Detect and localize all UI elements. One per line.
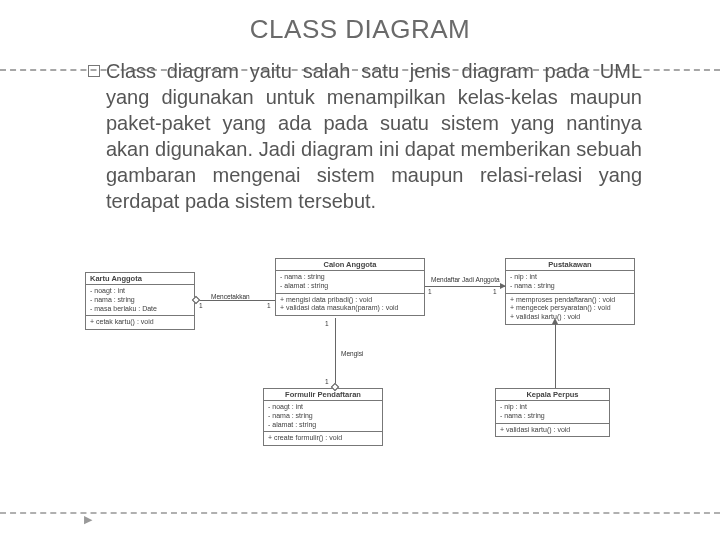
assoc-label: Mencetakkan: [210, 293, 251, 300]
class-title: Calon Anggota: [276, 259, 424, 271]
connector: [555, 324, 556, 388]
page-title: CLASS DIAGRAM: [0, 14, 720, 45]
attr: - noagt : int: [268, 403, 378, 412]
class-calon-anggota: Calon Anggota - nama : string - alamat :…: [275, 258, 425, 316]
op: + validasi kartu() : void: [500, 426, 605, 435]
class-kepala-perpus: Kepala Perpus - nip : int - nama : strin…: [495, 388, 610, 437]
uml-diagram: Kartu Anggota - noagt : int - nama : str…: [85, 258, 635, 498]
cardinality: 1: [199, 302, 203, 309]
paragraph-text: Class diagram yaitu salah satu jenis dia…: [106, 60, 642, 212]
attr: - nama : string: [280, 273, 420, 282]
op: + mengisi data pribadi() : void: [280, 296, 420, 305]
attr: - nip : int: [510, 273, 630, 282]
cardinality: 1: [428, 288, 432, 295]
connector: [335, 318, 336, 388]
attr: - nama : string: [268, 412, 378, 421]
connector: [195, 300, 275, 301]
class-title: Kepala Perpus: [496, 389, 609, 401]
class-kartu-anggota: Kartu Anggota - noagt : int - nama : str…: [85, 272, 195, 330]
attr: - masa berlaku : Date: [90, 305, 190, 314]
op: + validasi data masukan(param) : void: [280, 304, 420, 313]
op: + cetak kartu() : void: [90, 318, 190, 327]
attr: - nama : string: [90, 296, 190, 305]
arrow-right-icon: [500, 283, 506, 289]
cardinality: 1: [325, 378, 329, 385]
op: + validasi kartu() : void: [510, 313, 630, 322]
slide-marker-icon: ▶: [84, 513, 92, 526]
attr: - alamat : string: [280, 282, 420, 291]
attr: - nama : string: [510, 282, 630, 291]
class-formulir: Formulir Pendaftaran - noagt : int - nam…: [263, 388, 383, 446]
connector: [425, 286, 505, 287]
assoc-label: Mengisi: [340, 350, 364, 357]
divider-bottom: [0, 512, 720, 514]
arrow-up-icon: [552, 318, 558, 324]
op: + create formulir() : void: [268, 434, 378, 443]
class-title: Formulir Pendaftaran: [264, 389, 382, 401]
cardinality: 1: [267, 302, 271, 309]
cardinality: 1: [325, 320, 329, 327]
cardinality: 1: [493, 288, 497, 295]
bullet-icon: [88, 65, 100, 77]
op: + memproses pendaftaran() : void: [510, 296, 630, 305]
assoc-label: Mendaftar Jadi Anggota: [430, 276, 501, 283]
body-paragraph: Class diagram yaitu salah satu jenis dia…: [88, 58, 642, 214]
class-title: Pustakawan: [506, 259, 634, 271]
attr: - noagt : int: [90, 287, 190, 296]
class-title: Kartu Anggota: [86, 273, 194, 285]
attr: - nama : string: [500, 412, 605, 421]
op: + mengecek persyaratan() : void: [510, 304, 630, 313]
attr: - nip : int: [500, 403, 605, 412]
class-pustakawan: Pustakawan - nip : int - nama : string +…: [505, 258, 635, 325]
body-text-wrap: Class diagram yaitu salah satu jenis dia…: [88, 58, 642, 214]
attr: - alamat : string: [268, 421, 378, 430]
